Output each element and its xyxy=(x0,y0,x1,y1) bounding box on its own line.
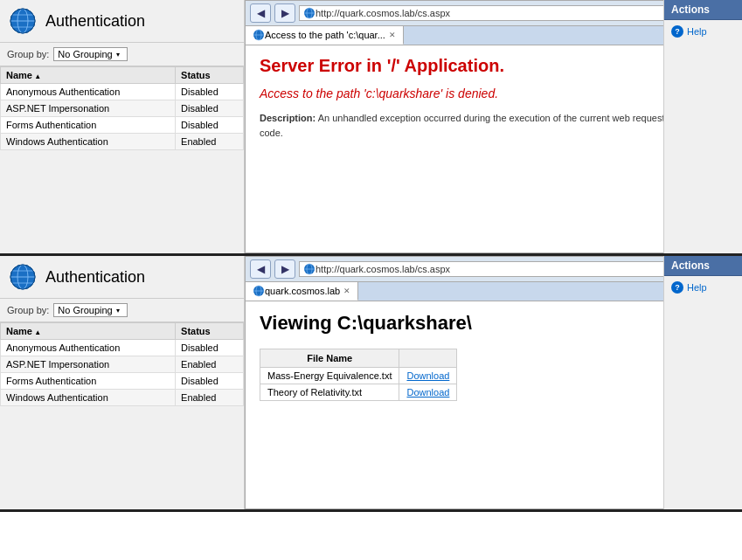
help-label-1: Help xyxy=(687,26,707,37)
panel-2: Authentication Group by: No Grouping ▾ N… xyxy=(0,256,742,512)
col-name-2[interactable]: Name xyxy=(1,323,176,340)
groupby-bar-2: Group by: No Grouping ▾ xyxy=(0,299,244,322)
groupby-bar-1: Group by: No Grouping ▾ xyxy=(0,43,244,66)
auth-status: Enabled xyxy=(176,390,244,406)
address-text-1[interactable]: http://quark.cosmos.lab/cs.aspx xyxy=(316,8,708,18)
groupby-arrow-2: ▾ xyxy=(116,307,120,315)
tab-close-2[interactable]: ✕ xyxy=(343,287,350,295)
back-button-1[interactable]: ◀ xyxy=(250,3,271,23)
table-row[interactable]: Anonymous AuthenticationDisabled xyxy=(1,84,244,100)
browser-tab-2[interactable]: quark.cosmos.lab ✕ xyxy=(246,282,358,301)
iis-left-1: Authentication Group by: No Grouping ▾ N… xyxy=(0,0,245,253)
file-table-2: File Name Mass-Energy Equivalence.txtDow… xyxy=(260,349,457,401)
help-item-1[interactable]: ? Help xyxy=(664,20,742,43)
iis-header-2: Authentication xyxy=(0,256,244,299)
col-name-1[interactable]: Name xyxy=(1,67,176,84)
back-button-2[interactable]: ◀ xyxy=(250,259,271,279)
file-action-col-2 xyxy=(399,349,457,368)
tab-label-1: Access to the path 'c:\quar... xyxy=(265,30,385,40)
actions-header-1: Actions xyxy=(664,0,742,20)
table-row[interactable]: ASP.NET ImpersonationEnabled xyxy=(1,356,244,373)
auth-name: ASP.NET Impersonation xyxy=(1,356,176,373)
panel1-title: Authentication xyxy=(45,12,145,31)
iis-globe-icon-1 xyxy=(9,7,37,35)
list-item: Theory of Relativity.txtDownload xyxy=(260,384,457,401)
groupby-select-2[interactable]: No Grouping ▾ xyxy=(53,303,127,317)
iis-header-1: Authentication xyxy=(0,0,244,43)
auth-status: Disabled xyxy=(176,84,244,100)
iis-globe-icon-2 xyxy=(9,263,37,291)
table-row[interactable]: ASP.NET ImpersonationDisabled xyxy=(1,100,244,117)
actions-panel-1: Actions ? Help xyxy=(663,0,742,253)
auth-table-2: Name Status Anonymous AuthenticationDisa… xyxy=(0,322,244,406)
auth-status: Enabled xyxy=(176,356,244,373)
address-text-2[interactable]: http://quark.cosmos.lab/cs.aspx xyxy=(316,264,708,274)
groupby-select-1[interactable]: No Grouping ▾ xyxy=(53,47,127,61)
error-desc-label-1: Description: xyxy=(260,113,316,123)
auth-name: Forms Authentication xyxy=(1,117,176,134)
auth-name: Windows Authentication xyxy=(1,134,176,150)
error-title-1: Server Error in '/' Application. xyxy=(260,56,727,76)
success-title-2: Viewing C:\quarkshare\ xyxy=(260,312,727,335)
download-link[interactable]: Download xyxy=(399,368,457,384)
iis-left-2: Authentication Group by: No Grouping ▾ N… xyxy=(0,256,245,509)
groupby-arrow-1: ▾ xyxy=(116,51,120,59)
help-icon-2: ? xyxy=(671,281,683,294)
error-desc-text-1: An unhandled exception occurred during t… xyxy=(260,113,723,138)
auth-name: Anonymous Authentication xyxy=(1,340,176,356)
file-name: Theory of Relativity.txt xyxy=(260,384,399,401)
auth-status: Enabled xyxy=(176,134,244,150)
actions-header-2: Actions xyxy=(664,256,742,276)
groupby-label-1: Group by: xyxy=(7,49,49,59)
error-desc-1: Description: An unhandled exception occu… xyxy=(260,111,727,140)
browser-tab-1[interactable]: Access to the path 'c:\quar... ✕ xyxy=(246,26,404,45)
auth-name: Anonymous Authentication xyxy=(1,84,176,100)
auth-name: Forms Authentication xyxy=(1,373,176,390)
iis-panel-2: Authentication Group by: No Grouping ▾ N… xyxy=(0,256,742,509)
panel-1: Authentication Group by: No Grouping ▾ N… xyxy=(0,0,742,256)
iis-panel-1: Authentication Group by: No Grouping ▾ N… xyxy=(0,0,742,253)
address-favicon-2 xyxy=(303,263,316,275)
file-name: Mass-Energy Equivalence.txt xyxy=(260,368,399,384)
table-row[interactable]: Forms AuthenticationDisabled xyxy=(1,373,244,390)
file-name-col-2: File Name xyxy=(260,349,399,368)
auth-status: Disabled xyxy=(176,373,244,390)
error-subtitle-1: Access to the path 'c:\quarkshare' is de… xyxy=(260,86,727,100)
auth-table-1: Name Status Anonymous AuthenticationDisa… xyxy=(0,66,244,150)
panel2-title: Authentication xyxy=(45,268,145,287)
auth-name: Windows Authentication xyxy=(1,390,176,406)
actions-panel-2: Actions ? Help xyxy=(663,256,742,509)
download-link[interactable]: Download xyxy=(399,384,457,401)
groupby-value-1: No Grouping xyxy=(58,49,112,59)
auth-status: Disabled xyxy=(176,340,244,356)
tab-favicon-1 xyxy=(253,29,265,41)
forward-button-2[interactable]: ▶ xyxy=(274,259,295,279)
table-row[interactable]: Windows AuthenticationEnabled xyxy=(1,134,244,150)
tab-label-2: quark.cosmos.lab xyxy=(265,286,340,296)
groupby-value-2: No Grouping xyxy=(58,305,112,315)
col-status-2[interactable]: Status xyxy=(176,323,244,340)
auth-status: Disabled xyxy=(176,100,244,117)
tab-close-1[interactable]: ✕ xyxy=(389,31,396,39)
help-item-2[interactable]: ? Help xyxy=(664,276,742,299)
address-favicon-1 xyxy=(303,7,316,19)
col-status-1[interactable]: Status xyxy=(176,67,244,84)
auth-name: ASP.NET Impersonation xyxy=(1,100,176,117)
forward-button-1[interactable]: ▶ xyxy=(274,3,295,23)
table-row[interactable]: Forms AuthenticationDisabled xyxy=(1,117,244,134)
groupby-label-2: Group by: xyxy=(7,305,49,315)
help-icon-1: ? xyxy=(671,25,683,38)
table-row[interactable]: Anonymous AuthenticationDisabled xyxy=(1,340,244,356)
list-item: Mass-Energy Equivalence.txtDownload xyxy=(260,368,457,384)
tab-favicon-2 xyxy=(253,285,265,297)
auth-status: Disabled xyxy=(176,117,244,134)
help-label-2: Help xyxy=(687,282,707,293)
table-row[interactable]: Windows AuthenticationEnabled xyxy=(1,390,244,406)
